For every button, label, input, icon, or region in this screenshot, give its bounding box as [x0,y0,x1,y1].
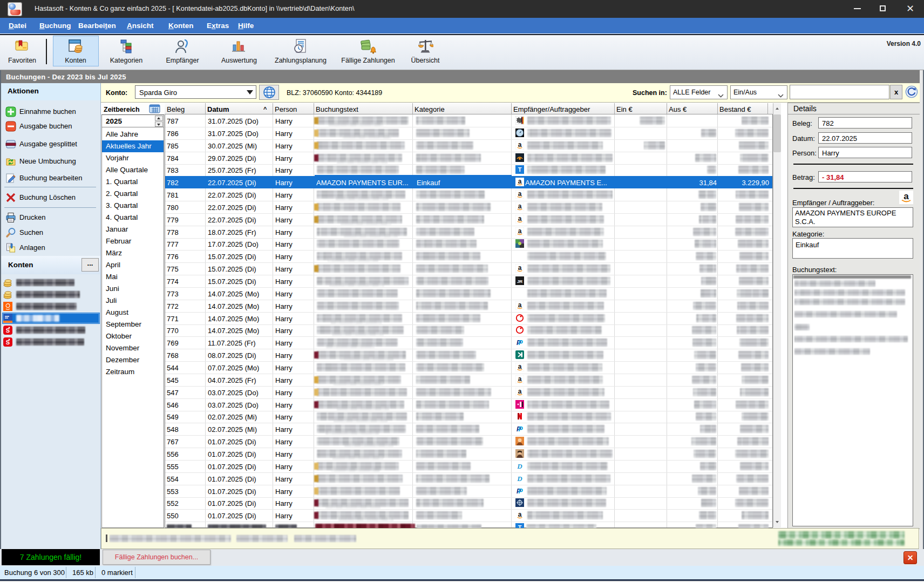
svg-text:JR: JR [517,279,522,284]
svg-text:a: a [518,190,522,198]
svg-text:a: a [518,141,522,148]
svg-text:a: a [518,215,522,222]
svg-text:P: P [518,425,523,433]
svg-text:a: a [903,191,909,201]
svg-text:a: a [518,388,522,395]
svg-text:D: D [517,462,522,470]
svg-text:P: P [518,488,523,495]
svg-text:a: a [518,178,522,185]
svg-text:P: P [518,339,523,347]
svg-text:a: a [518,264,522,272]
svg-text:a: a [518,202,522,210]
svg-text:a: a [518,375,522,383]
svg-text:D: D [517,475,522,483]
svg-text:a: a [518,363,522,370]
svg-text:a: a [518,301,522,309]
svg-text:a: a [518,511,522,518]
svg-text:T: T [518,166,522,173]
svg-text:a: a [518,227,522,235]
